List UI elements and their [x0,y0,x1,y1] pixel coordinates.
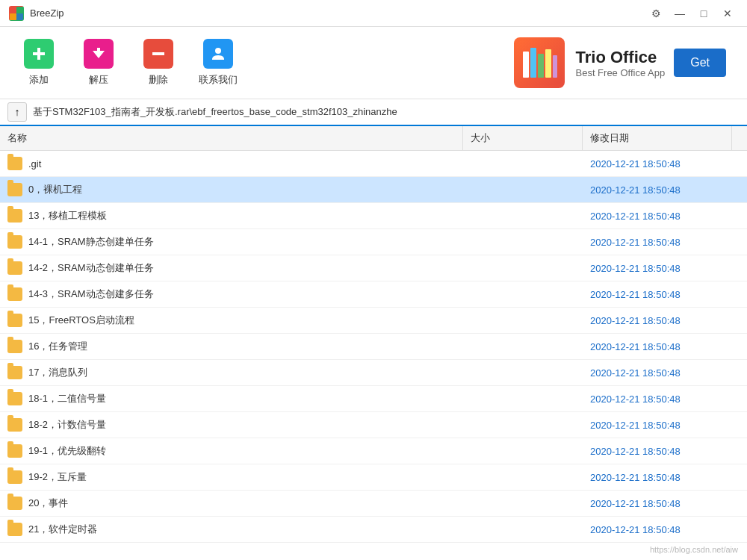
path-bar: ↑ 基于STM32F103_指南者_开发板.rar\ebf_freertos_b… [0,99,747,126]
folder-icon [7,340,22,353]
file-extra-cell [732,438,747,464]
folder-icon [7,314,22,327]
file-name: 19-1，优先级翻转 [28,444,106,458]
file-name: 14-1，SRAM静态创建单任务 [28,235,154,249]
folder-icon [7,209,22,223]
file-size-cell [463,255,583,281]
file-extra-cell [732,334,747,359]
title-bar: BreeZip ⚙ — □ ✕ [0,0,747,27]
ad-title: Trio Office [575,48,665,67]
navigate-up-button[interactable]: ↑ [7,102,27,122]
file-date-cell: 2020-12-21 18:50:48 [583,255,732,281]
minimize-button[interactable]: — [669,5,690,22]
file-date-cell: 2020-12-21 18:50:48 [583,412,732,438]
table-row[interactable]: 14-1，SRAM静态创建单任务2020-12-21 18:50:48 [0,229,747,255]
file-size-cell [463,438,583,464]
watermark: https://blog.csdn.net/aiw [650,545,738,554]
table-row[interactable]: 19-2，互斥量2020-12-21 18:50:48 [0,464,747,491]
folder-icon [7,418,22,432]
file-extra-cell [732,177,747,202]
file-date-cell: 2020-12-21 18:50:48 [583,334,732,359]
ad-banner: Trio Office Best Free Office App Get [503,33,735,93]
folder-icon [7,366,22,379]
file-size-cell [463,177,583,202]
table-row[interactable]: 21，软件定时器2020-12-21 18:50:48 [0,517,747,543]
folder-icon [7,287,22,301]
file-name-cell: 18-2，计数信号量 [0,412,463,438]
delete-icon [143,39,173,69]
settings-button[interactable]: ⚙ [645,5,666,22]
file-name-cell: 18-1，二值信号量 [0,386,463,411]
file-extra-cell [732,360,747,385]
maximize-button[interactable]: □ [693,5,714,22]
file-size-cell [463,334,583,359]
contact-button[interactable]: 联系我们 [191,36,245,90]
folder-icon [7,183,22,196]
file-name-cell: 19-1，优先级翻转 [0,438,463,464]
file-size-cell [463,386,583,411]
file-list-body[interactable]: .git2020-12-21 18:50:480，裸机工程2020-12-21 … [0,151,747,560]
file-name: 18-1，二值信号量 [28,392,106,405]
file-date-cell: 2020-12-21 18:50:48 [583,203,732,228]
svg-rect-3 [16,13,23,20]
file-size-cell [463,412,583,438]
contact-label: 联系我们 [199,73,238,87]
add-icon [24,39,54,69]
file-size-cell [463,517,583,542]
file-name-cell: 17，消息队列 [0,360,463,385]
add-button[interactable]: 添加 [12,36,66,90]
file-date-cell: 2020-12-21 18:50:48 [583,464,732,490]
file-date-cell: 2020-12-21 18:50:48 [583,177,732,202]
table-row[interactable]: 14-2，SRAM动态创建单任务2020-12-21 18:50:48 [0,255,747,281]
file-extra-cell [732,517,747,542]
folder-icon [7,444,22,458]
table-row[interactable]: 0，裸机工程2020-12-21 18:50:48 [0,177,747,203]
file-extra-cell [732,412,747,438]
file-name: 19-2，互斥量 [28,470,87,484]
table-row[interactable]: 18-2，计数信号量2020-12-21 18:50:48 [0,412,747,438]
column-date: 修改日期 [583,126,732,150]
svg-rect-8 [152,52,164,55]
table-row[interactable]: 15，FreeRTOS启动流程2020-12-21 18:50:48 [0,308,747,334]
table-row[interactable]: 16，任务管理2020-12-21 18:50:48 [0,334,747,360]
table-row[interactable]: 18-1，二值信号量2020-12-21 18:50:48 [0,386,747,412]
file-list-container: 名称 大小 修改日期 .git2020-12-21 18:50:480，裸机工程… [0,126,747,560]
folder-icon [7,392,22,405]
table-row[interactable]: 14-3，SRAM动态创建多任务2020-12-21 18:50:48 [0,281,747,308]
folder-icon [7,470,22,484]
ad-get-button[interactable]: Get [674,49,726,77]
file-extra-cell [732,203,747,228]
file-name-cell: 15，FreeRTOS启动流程 [0,308,463,333]
folder-icon [7,235,22,249]
file-date-cell: 2020-12-21 18:50:48 [583,491,732,516]
close-button[interactable]: ✕ [717,5,738,22]
file-date-cell: 2020-12-21 18:50:48 [583,438,732,464]
file-size-cell [463,464,583,490]
svg-rect-2 [10,13,16,20]
table-row[interactable]: 17，消息队列2020-12-21 18:50:48 [0,360,747,386]
file-extra-cell [732,229,747,255]
file-extra-cell [732,464,747,490]
file-extra-cell [732,281,747,307]
file-size-cell [463,360,583,385]
file-name: 0，裸机工程 [28,183,82,196]
table-row[interactable]: 13，移植工程模板2020-12-21 18:50:48 [0,203,747,229]
svg-rect-0 [10,7,16,13]
folder-icon [7,523,22,536]
folder-icon [7,261,22,275]
delete-button[interactable]: 删除 [131,36,185,90]
file-size-cell [463,229,583,255]
file-name: .git [28,158,41,169]
extract-button[interactable]: 解压 [72,36,125,90]
table-row[interactable]: 20，事件2020-12-21 18:50:48 [0,491,747,517]
svg-rect-7 [97,48,100,52]
file-date-cell: 2020-12-21 18:50:48 [583,517,732,542]
file-extra-cell [732,491,747,516]
file-size-cell [463,203,583,228]
svg-rect-12 [530,48,536,78]
table-row[interactable]: .git2020-12-21 18:50:48 [0,151,747,177]
file-name-cell: 14-3，SRAM动态创建多任务 [0,281,463,307]
table-row[interactable]: 19-1，优先级翻转2020-12-21 18:50:48 [0,438,747,464]
file-extra-cell [732,255,747,281]
file-size-cell [463,281,583,307]
